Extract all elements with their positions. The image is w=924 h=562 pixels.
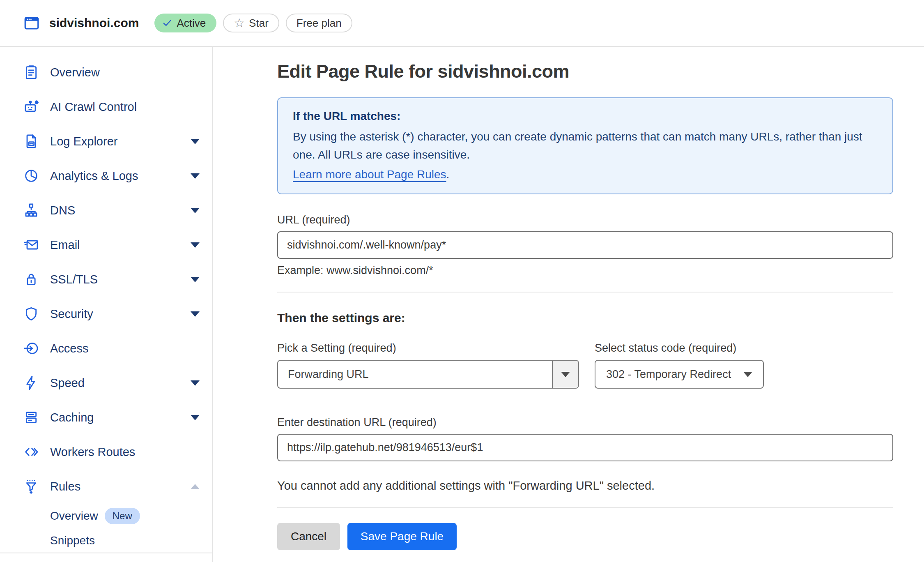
sidebar-item-rules-overview[interactable]: Overview New bbox=[0, 504, 212, 528]
sidebar-item-rules[interactable]: Rules bbox=[0, 469, 212, 504]
sidebar-bottom-divider bbox=[0, 553, 212, 553]
network-tree-icon bbox=[23, 202, 39, 219]
status-select-label: Select status code (required) bbox=[595, 341, 764, 355]
page-title: Edit Page Rule for sidvishnoi.com bbox=[277, 61, 893, 82]
cancel-button[interactable]: Cancel bbox=[277, 523, 340, 550]
destination-url-input[interactable] bbox=[277, 434, 893, 461]
info-box-link-line: Learn more about Page Rules. bbox=[293, 166, 878, 183]
sidebar-item-security[interactable]: Security bbox=[0, 297, 212, 331]
setting-select[interactable]: Forwarding URL bbox=[277, 360, 579, 389]
lock-icon bbox=[23, 271, 39, 288]
main-content: Edit Page Rule for sidvishnoi.com If the… bbox=[213, 47, 924, 562]
url-example-text: Example: www.sidvishnoi.com/* bbox=[277, 264, 893, 277]
sidebar: Overview AI Crawl Control Log Explor bbox=[0, 47, 213, 562]
url-field-label: URL (required) bbox=[277, 213, 893, 226]
chevron-down-icon bbox=[191, 277, 200, 282]
status-code-select[interactable]: 302 - Temporary Redirect bbox=[595, 360, 764, 389]
chevron-down-icon bbox=[191, 380, 200, 386]
url-input[interactable] bbox=[277, 231, 893, 259]
chevron-up-icon bbox=[191, 484, 200, 489]
chevron-down-icon bbox=[743, 372, 752, 377]
code-brackets-icon bbox=[23, 444, 39, 460]
info-box-body: By using the asterisk (*) character, you… bbox=[293, 128, 878, 164]
chevron-down-icon bbox=[191, 139, 200, 144]
url-match-info-box: If the URL matches: By using the asteris… bbox=[277, 97, 893, 194]
plan-badge[interactable]: Free plan bbox=[286, 14, 352, 32]
server-stack-icon bbox=[23, 409, 39, 426]
learn-more-link[interactable]: Learn more about Page Rules bbox=[293, 168, 446, 181]
chevron-down-icon bbox=[191, 311, 200, 317]
chevron-down-icon bbox=[552, 361, 578, 388]
cloudflare-dashboard: sidvishnoi.com Active ☆ Star Free plan O… bbox=[0, 0, 924, 562]
setting-column: Pick a Setting (required) Forwarding URL bbox=[277, 341, 579, 389]
destination-field-label: Enter destination URL (required) bbox=[277, 416, 893, 429]
sidebar-item-snippets[interactable]: Snippets bbox=[0, 528, 212, 553]
site-name: sidvishnoi.com bbox=[49, 16, 139, 30]
chevron-down-icon bbox=[191, 173, 200, 179]
chevron-down-icon bbox=[191, 242, 200, 248]
lightning-icon bbox=[23, 375, 39, 391]
info-box-heading: If the URL matches: bbox=[293, 108, 878, 124]
robot-icon bbox=[23, 99, 39, 115]
clipboard-icon bbox=[23, 64, 39, 81]
setting-select-label: Pick a Setting (required) bbox=[277, 341, 579, 355]
login-arrow-icon bbox=[23, 340, 39, 357]
settings-heading: Then the settings are: bbox=[277, 311, 893, 325]
action-buttons: Cancel Save Page Rule bbox=[277, 523, 893, 550]
zone-header: sidvishnoi.com Active ☆ Star Free plan bbox=[0, 0, 924, 47]
new-badge: New bbox=[105, 508, 140, 524]
star-icon: ☆ bbox=[234, 17, 245, 29]
chevron-down-icon bbox=[191, 208, 200, 213]
setting-select-value: Forwarding URL bbox=[278, 368, 552, 381]
settings-row: Pick a Setting (required) Forwarding URL… bbox=[277, 341, 893, 389]
star-button[interactable]: ☆ Star bbox=[223, 14, 279, 32]
sidebar-item-speed[interactable]: Speed bbox=[0, 366, 212, 400]
pie-chart-icon bbox=[23, 168, 39, 184]
shield-icon bbox=[23, 306, 39, 322]
chevron-down-icon bbox=[191, 415, 200, 420]
browser-window-icon bbox=[23, 14, 40, 32]
email-icon bbox=[23, 237, 39, 253]
status-select-value: 302 - Temporary Redirect bbox=[606, 368, 731, 381]
sidebar-item-workers-routes[interactable]: Workers Routes bbox=[0, 435, 212, 469]
sidebar-item-log-explorer[interactable]: Log Explorer bbox=[0, 124, 212, 159]
sidebar-item-email[interactable]: Email bbox=[0, 228, 212, 262]
log-file-icon bbox=[23, 133, 39, 150]
save-page-rule-button[interactable]: Save Page Rule bbox=[347, 523, 457, 550]
section-divider bbox=[277, 292, 893, 293]
sidebar-item-overview[interactable]: Overview bbox=[0, 55, 212, 90]
sidebar-item-ai-crawl-control[interactable]: AI Crawl Control bbox=[0, 90, 212, 124]
forwarding-note: You cannot add any additional settings w… bbox=[277, 479, 893, 493]
status-column: Select status code (required) 302 - Temp… bbox=[595, 341, 764, 389]
sidebar-item-caching[interactable]: Caching bbox=[0, 400, 212, 435]
funnel-icon bbox=[23, 478, 39, 495]
sidebar-item-dns[interactable]: DNS bbox=[0, 193, 212, 228]
status-badge: Active bbox=[154, 14, 216, 32]
check-icon bbox=[162, 18, 172, 28]
actions-divider bbox=[277, 507, 893, 508]
sidebar-item-ssl-tls[interactable]: SSL/TLS bbox=[0, 262, 212, 297]
sidebar-item-access[interactable]: Access bbox=[0, 331, 212, 366]
sidebar-item-analytics-logs[interactable]: Analytics & Logs bbox=[0, 159, 212, 193]
